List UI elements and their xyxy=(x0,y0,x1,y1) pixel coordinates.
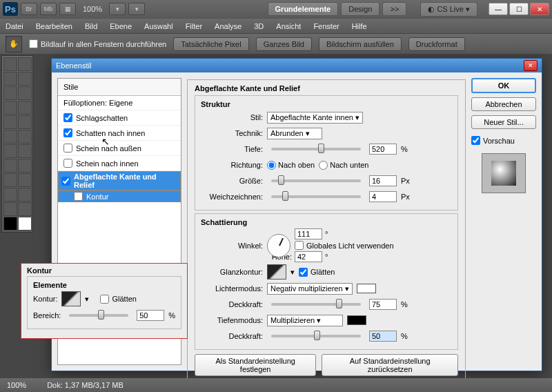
print-size-btn[interactable]: Druckformat xyxy=(408,37,465,51)
actual-pixels-btn[interactable]: Tatsächliche Pixel xyxy=(173,37,248,51)
style-select[interactable]: Abgeflachte Kante innen ▾ xyxy=(267,112,363,124)
view-extras-btn[interactable]: ▦ xyxy=(59,3,76,15)
shadow-opacity-input[interactable]: 50 xyxy=(369,331,397,342)
drop-shadow-row[interactable]: Schlagschatten xyxy=(58,110,181,126)
highlight-mode-select[interactable]: Negativ multiplizieren ▾ xyxy=(267,283,353,295)
blend-options-row[interactable]: Fülloptionen: Eigene xyxy=(58,96,181,110)
cancel-button[interactable]: Abbrechen xyxy=(471,97,536,111)
gradient-tool[interactable] xyxy=(18,130,32,144)
minimize-btn[interactable]: — xyxy=(489,3,508,15)
size-input[interactable]: 16 xyxy=(369,175,397,186)
stamp-tool[interactable] xyxy=(3,115,17,129)
zoom-level[interactable]: 100% xyxy=(79,5,106,13)
shadow-color[interactable] xyxy=(347,315,366,325)
menu-analyse[interactable]: Analyse xyxy=(215,22,241,30)
gloss-contour-picker[interactable] xyxy=(267,264,286,280)
camera-tool[interactable] xyxy=(18,188,32,202)
menu-ansicht[interactable]: Ansicht xyxy=(276,22,301,30)
arrange-btn[interactable]: ▾ xyxy=(109,3,126,15)
new-style-button[interactable]: Neuer Stil... xyxy=(471,115,536,129)
fill-screen-btn[interactable]: Bildschirm ausfüllen xyxy=(319,37,402,51)
dodge-tool[interactable] xyxy=(18,144,32,158)
global-light-cb[interactable]: Globales Licht verwenden xyxy=(295,241,394,250)
direction-up[interactable]: Nach oben xyxy=(267,161,315,170)
menu-3d[interactable]: 3D xyxy=(254,22,264,30)
status-doc[interactable]: Dok: 1,37 MB/3,17 MB xyxy=(47,381,124,389)
angle-dial[interactable] xyxy=(267,234,290,257)
outer-glow-row[interactable]: Schein nach außen xyxy=(58,141,181,156)
type-tool[interactable] xyxy=(18,159,32,173)
altitude-input[interactable]: 42 xyxy=(295,251,322,262)
depth-slider[interactable] xyxy=(271,148,361,150)
shadow-mode-select[interactable]: Multiplizieren ▾ xyxy=(267,315,343,326)
dialog-titlebar[interactable]: Ebenenstil ✕ xyxy=(52,59,542,72)
path-tool[interactable] xyxy=(3,173,17,187)
eyedropper-tool[interactable] xyxy=(18,86,32,100)
menu-filter[interactable]: Filter xyxy=(186,22,202,30)
fg-color[interactable] xyxy=(3,217,17,231)
healing-tool[interactable] xyxy=(3,101,17,115)
eraser-tool[interactable] xyxy=(3,130,17,144)
inner-glow-row[interactable]: Schein nach innen xyxy=(58,156,181,171)
highlight-color[interactable] xyxy=(357,284,376,293)
reset-default-btn[interactable]: Auf Standardeinstellung zurücksetzen xyxy=(322,354,458,376)
highlight-opacity-input[interactable]: 75 xyxy=(369,299,397,310)
menu-datei[interactable]: Datei xyxy=(6,22,23,30)
bg-color[interactable] xyxy=(18,217,32,231)
cs-live[interactable]: ◐ CS Live ▾ xyxy=(420,2,477,17)
menu-ebene[interactable]: Ebene xyxy=(110,22,132,30)
wand-tool[interactable] xyxy=(18,72,32,86)
soften-slider[interactable] xyxy=(271,195,361,198)
workspace-grundelemente[interactable]: Grundelemente xyxy=(268,2,339,16)
shape-tool[interactable] xyxy=(18,173,32,187)
move-tool[interactable] xyxy=(3,57,17,71)
popup-contour-picker[interactable] xyxy=(61,291,81,306)
popup-antialias-cb[interactable]: Glätten xyxy=(100,295,136,304)
dialog-close-btn[interactable]: ✕ xyxy=(524,60,538,71)
crop-tool[interactable] xyxy=(3,86,17,100)
status-zoom[interactable]: 100% xyxy=(7,381,26,389)
soften-input[interactable]: 4 xyxy=(369,191,397,202)
menu-fenster[interactable]: Fenster xyxy=(313,22,339,30)
make-default-btn[interactable]: Als Standardeinstellung festlegen xyxy=(195,354,316,376)
zoom-tool[interactable] xyxy=(18,202,32,216)
technique-select[interactable]: Abrunden ▾ xyxy=(267,128,322,139)
angle-input[interactable]: 111 xyxy=(295,228,322,239)
maximize-btn[interactable]: ☐ xyxy=(509,3,529,15)
depth-input[interactable]: 520 xyxy=(369,144,397,155)
menu-auswahl[interactable]: Auswahl xyxy=(144,22,173,30)
hand-tool-icon[interactable]: ✋ xyxy=(6,36,22,52)
marquee-tool[interactable] xyxy=(18,57,32,71)
blur-tool[interactable] xyxy=(3,144,17,158)
menu-bearbeiten[interactable]: Bearbeiten xyxy=(36,22,72,30)
scroll-all-checkbox[interactable]: Bildlauf in allen Fenstern durchführen xyxy=(29,39,166,48)
popup-range-slider[interactable] xyxy=(69,314,128,317)
size-slider[interactable] xyxy=(271,179,361,182)
hand-tool[interactable] xyxy=(3,202,17,216)
shadow-opacity-slider[interactable] xyxy=(271,335,361,337)
preview-swatch xyxy=(482,153,526,193)
menu-hilfe[interactable]: Hilfe xyxy=(352,22,367,30)
3d-tool[interactable] xyxy=(3,188,17,202)
popup-range-input[interactable]: 50 xyxy=(137,310,164,321)
workspace-more[interactable]: >> xyxy=(382,2,406,16)
fit-screen-btn[interactable]: Ganzes Bild xyxy=(256,37,312,51)
pen-tool[interactable] xyxy=(3,159,17,173)
history-brush-tool[interactable] xyxy=(18,115,32,129)
direction-down[interactable]: Nach unten xyxy=(319,161,368,170)
bridge-btn[interactable]: Br xyxy=(21,3,37,15)
anti-alias-cb[interactable]: Glätten xyxy=(299,268,335,277)
highlight-opacity-slider[interactable] xyxy=(271,303,361,306)
brush-tool[interactable] xyxy=(18,101,32,115)
minibridge-btn[interactable]: Mb xyxy=(40,3,57,15)
screen-mode-btn[interactable]: ▾ xyxy=(128,3,145,15)
lasso-tool[interactable] xyxy=(3,72,17,86)
bevel-row[interactable]: Abgeflachte Kante und Relief xyxy=(58,171,181,190)
workspace-design[interactable]: Design xyxy=(341,2,379,16)
contour-row[interactable]: Kontur xyxy=(58,190,181,202)
inner-shadow-row[interactable]: Schatten nach innen xyxy=(58,126,181,141)
preview-checkbox[interactable]: Vorschau xyxy=(471,136,536,145)
menu-bild[interactable]: Bild xyxy=(85,22,97,30)
ok-button[interactable]: OK xyxy=(471,78,536,93)
close-btn[interactable]: ✕ xyxy=(530,3,549,15)
